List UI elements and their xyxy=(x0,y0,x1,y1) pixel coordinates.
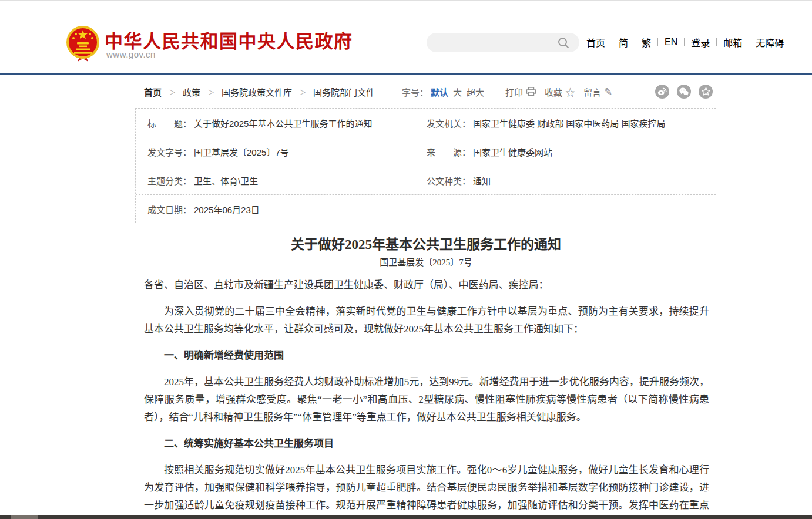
printer-icon xyxy=(526,87,536,96)
horizontal-scrollbar-thumb[interactable] xyxy=(11,515,38,519)
meta-row-category: 主题分类： 卫生、体育\卫生 公文种类： 通知 xyxy=(136,166,716,195)
article-paragraph: 为深入贯彻党的二十届三中全会精神，落实新时代党的卫生与健康工作方针中以基层为重点… xyxy=(144,303,709,338)
bottom-footer-edge-bar xyxy=(0,515,812,519)
breadcrumb-policy[interactable]: 政策 xyxy=(183,86,200,98)
wechat-share-icon[interactable] xyxy=(677,85,691,99)
breadcrumb-separator: ＞ xyxy=(207,87,214,97)
nav-login[interactable]: 登录 xyxy=(691,35,710,49)
article-paragraph: 2025年，基本公共卫生服务经费人均财政补助标准增加5元，达到99元。新增经费用… xyxy=(144,373,709,426)
meta-label-doc-type: 公文种类： xyxy=(427,174,471,187)
fontsize-xlarge-button[interactable]: 超大 xyxy=(467,86,484,98)
breadcrumb-home[interactable]: 首页 xyxy=(144,86,162,98)
fontsize-default-button[interactable]: 默认 xyxy=(431,86,448,98)
meta-value-date: 2025年06月23日 xyxy=(194,203,260,215)
star-icon: ☆ xyxy=(565,85,575,99)
breadcrumb-policy-library[interactable]: 国务院政策文件库 xyxy=(222,86,292,98)
meta-label-doc-number: 发文字号： xyxy=(147,146,192,158)
national-emblem-logo[interactable] xyxy=(66,25,100,63)
top-nav: 首页 简 繁 EN 登录 邮箱 无障碍 xyxy=(586,36,784,49)
article-salutation: 各省、自治区、直辖市及新疆生产建设兵团卫生健康委、财政厅（局）、中医药局、疾控局… xyxy=(144,277,709,294)
fontsize-label: 字号： xyxy=(402,86,428,98)
meta-value-title: 关于做好2025年基本公共卫生服务工作的通知 xyxy=(194,117,372,129)
meta-row-title: 标 题： 关于做好2025年基本公共卫生服务工作的通知 发文机关： 国家卫生健康… xyxy=(136,109,716,137)
share-icon-group xyxy=(647,85,713,99)
nav-divider xyxy=(657,38,658,46)
nav-simplified[interactable]: 简 xyxy=(619,35,628,49)
nav-traditional[interactable]: 繁 xyxy=(642,35,651,49)
meta-value-doc-type: 通知 xyxy=(473,174,491,187)
nav-divider xyxy=(612,38,612,46)
meta-row-doc-number: 发文字号： 国卫基层发〔2025〕7号 来 源： 国家卫生健康委网站 xyxy=(136,137,716,166)
meta-value-issuing-agency: 国家卫生健康委 财政部 国家中医药局 国家疾控局 xyxy=(473,117,666,129)
document-meta-table: 标 题： 关于做好2025年基本公共卫生服务工作的通知 发文机关： 国家卫生健康… xyxy=(135,108,716,223)
meta-value-doc-number: 国卫基层发〔2025〕7号 xyxy=(194,146,289,158)
favorite-button[interactable]: 收藏 ☆ xyxy=(545,85,575,99)
breadcrumb: 首页 ＞ 政策 ＞ 国务院政策文件库 ＞ 国务院部门文件 xyxy=(144,86,375,98)
qzone-share-icon[interactable] xyxy=(699,85,713,99)
page: 中华人民共和国中央人民政府 www.gov.cn 首页 简 繁 EN 登录 邮箱… xyxy=(0,0,812,519)
article-section-heading-2: 二、统筹实施好基本公共卫生服务项目 xyxy=(144,435,709,453)
nav-mailbox[interactable]: 邮箱 xyxy=(723,35,742,49)
meta-label-category: 主题分类： xyxy=(147,174,192,187)
article-paragraph: 按照相关服务规范切实做好2025年基本公共卫生服务项目实施工作。强化0～6岁儿童… xyxy=(144,461,709,519)
header-divider-rule xyxy=(0,73,812,75)
site-url: www.gov.cn xyxy=(106,49,156,59)
article-doc-number: 国卫基层发〔2025〕7号 xyxy=(135,255,717,268)
comment-label: 留言 xyxy=(583,86,601,98)
article-section-heading-1: 一、明确新增经费使用范围 xyxy=(144,347,709,365)
comment-button[interactable]: 留言 ✎ xyxy=(583,86,612,98)
article-toolbar: 字号： 默认 大 超大 打印 收藏 ☆ 留言 ✎ xyxy=(402,84,707,99)
meta-label-source: 来 源： xyxy=(427,146,471,158)
meta-label-title: 标 题： xyxy=(147,117,192,129)
fontsize-large-button[interactable]: 大 xyxy=(453,86,462,98)
nav-english[interactable]: EN xyxy=(665,37,677,48)
favorite-label: 收藏 xyxy=(545,86,562,98)
meta-label-date: 成文日期： xyxy=(147,203,192,215)
meta-value-source: 国家卫生健康委网站 xyxy=(473,146,552,158)
breadcrumb-department-docs[interactable]: 国务院部门文件 xyxy=(313,86,375,98)
search-icon[interactable] xyxy=(557,36,570,49)
nav-divider xyxy=(635,38,635,46)
nav-divider xyxy=(749,38,749,46)
nav-divider xyxy=(684,38,685,46)
site-header: 中华人民共和国中央人民政府 www.gov.cn 首页 简 繁 EN 登录 邮箱… xyxy=(0,1,812,74)
nav-home[interactable]: 首页 xyxy=(586,35,605,49)
meta-label-issuing-agency: 发文机关： xyxy=(427,117,471,129)
print-button[interactable]: 打印 xyxy=(505,86,536,98)
search-input[interactable] xyxy=(435,34,552,50)
nav-divider xyxy=(716,38,717,46)
pencil-icon: ✎ xyxy=(604,86,612,98)
article-body: 各省、自治区、直辖市及新疆生产建设兵团卫生健康委、财政厅（局）、中医药局、疾控局… xyxy=(144,277,709,519)
print-label: 打印 xyxy=(505,86,523,98)
meta-row-date: 成文日期： 2025年06月23日 xyxy=(136,195,716,224)
breadcrumb-separator: ＞ xyxy=(169,87,176,97)
meta-value-category: 卫生、体育\卫生 xyxy=(194,174,258,187)
breadcrumb-separator: ＞ xyxy=(299,87,306,97)
weibo-share-icon[interactable] xyxy=(655,85,669,99)
breadcrumb-toolbar-row: 首页 ＞ 政策 ＞ 国务院政策文件库 ＞ 国务院部门文件 字号： 默认 大 超大… xyxy=(0,84,812,99)
nav-accessibility[interactable]: 无障碍 xyxy=(756,35,784,49)
article-title: 关于做好2025年基本公共卫生服务工作的通知 xyxy=(135,233,717,253)
